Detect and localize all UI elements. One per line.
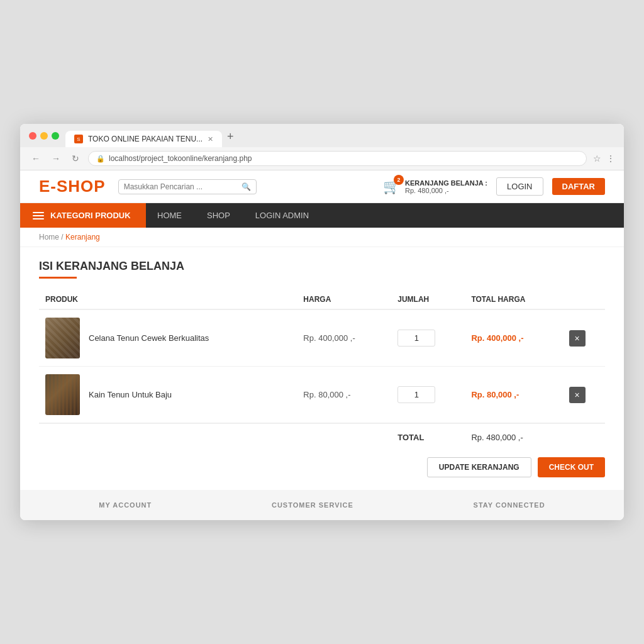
site-logo[interactable]: E-SHOP	[39, 177, 106, 196]
logo-prefix: E-	[39, 177, 57, 196]
update-cart-button[interactable]: UPDATE KERANJANG	[427, 457, 531, 477]
browser-actions: ☆ ⋮	[593, 153, 615, 164]
breadcrumb-separator: /	[61, 233, 63, 242]
product-image-1	[45, 318, 80, 358]
logo-suffix: SHOP	[57, 177, 106, 196]
browser-dots	[29, 132, 59, 146]
cart-label: KERANJANG BELANJA :	[405, 179, 487, 187]
col-total: TOTAL HARGA	[465, 290, 562, 309]
browser-tab-bar: S TOKO ONLINE PAKAIAN TENU... ✕ +	[65, 130, 615, 147]
cart-badge: 2	[394, 175, 404, 185]
cart-actions: UPDATE KERANJANG CHECK OUT	[39, 457, 605, 477]
search-box[interactable]: 🔍	[118, 179, 257, 194]
col-product: PRODUK	[39, 290, 297, 309]
minimize-dot[interactable]	[40, 132, 48, 140]
address-bar[interactable]: 🔒 localhost/project_tokoonline/keranjang…	[88, 151, 587, 166]
nav-home[interactable]: HOME	[146, 203, 193, 228]
browser-titlebar: S TOKO ONLINE PAKAIAN TENU... ✕ +	[20, 124, 624, 147]
cart-price: Rp. 480,000 ,-	[405, 187, 487, 194]
star-icon[interactable]: ☆	[593, 153, 601, 164]
cart-summary-row: TOTAL Rp. 480,000 ,-	[39, 423, 605, 451]
product-price-1: Rp. 400,000 ,-	[297, 309, 391, 367]
total-label: TOTAL	[391, 423, 465, 451]
product-name-2: Kain Tenun Untuk Baju	[89, 390, 172, 399]
main-content: ISI KERANJANG BELANJA PRODUK HARGA JUMLA…	[20, 247, 624, 490]
product-price-2: Rp. 80,000 ,-	[297, 367, 391, 424]
product-total-1: Rp. 400,000 ,-	[465, 309, 562, 367]
cart-info: 🛒 2 KERANJANG BELANJA : Rp. 480,000 ,-	[383, 179, 487, 195]
reload-button[interactable]: ↻	[69, 152, 82, 165]
remove-button-1[interactable]: ×	[569, 330, 586, 347]
breadcrumb-home[interactable]: Home	[39, 233, 59, 242]
site-header: E-SHOP 🔍 🛒 2 KERANJANG BELANJA : Rp. 480…	[20, 170, 624, 203]
section-underline	[39, 277, 77, 279]
close-dot[interactable]	[29, 132, 36, 140]
cart-details: KERANJANG BELANJA : Rp. 480,000 ,-	[405, 179, 487, 194]
qty-input-1[interactable]	[397, 330, 435, 347]
menu-icon[interactable]: ⋮	[606, 153, 615, 164]
site-nav: KATEGORI PRODUK HOME SHOP LOGIN ADMIN	[20, 203, 624, 228]
breadcrumb-current: Keranjang	[65, 233, 100, 242]
checkout-button[interactable]: CHECK OUT	[538, 457, 605, 477]
product-cell-1: Celana Tenun Cewek Berkualitas	[45, 318, 291, 358]
lock-icon: 🔒	[96, 155, 105, 163]
maximize-dot[interactable]	[52, 132, 59, 140]
tab-close-icon[interactable]: ✕	[208, 135, 213, 143]
breadcrumb: Home / Keranjang	[20, 228, 624, 247]
nav-links: HOME SHOP LOGIN ADMIN	[146, 203, 320, 228]
col-qty: JUMLAH	[391, 290, 465, 309]
header-right: 🛒 2 KERANJANG BELANJA : Rp. 480,000 ,- L…	[383, 177, 605, 196]
new-tab-button[interactable]: +	[222, 130, 239, 147]
col-price: HARGA	[297, 290, 391, 309]
login-button[interactable]: LOGIN	[496, 177, 543, 196]
forward-button[interactable]: →	[49, 152, 63, 165]
url-text: localhost/project_tokoonline/keranjang.p…	[109, 154, 579, 163]
nav-shop[interactable]: SHOP	[196, 203, 242, 228]
nav-login-admin[interactable]: LOGIN ADMIN	[244, 203, 320, 228]
total-value: Rp. 480,000 ,-	[465, 423, 605, 451]
product-name-1: Celana Tenun Cewek Berkualitas	[89, 333, 209, 343]
table-row: Celana Tenun Cewek Berkualitas Rp. 400,0…	[39, 309, 605, 367]
footer-col-account: MY ACCOUNT	[99, 501, 152, 509]
cart-icon-wrap[interactable]: 🛒 2	[383, 179, 400, 195]
tab-title: TOKO ONLINE PAKAIAN TENU...	[88, 135, 203, 143]
section-title: ISI KERANJANG BELANJA	[39, 260, 605, 273]
footer-col-service: CUSTOMER SERVICE	[272, 501, 353, 509]
product-cell-2: Kain Tenun Untuk Baju	[45, 374, 291, 415]
browser-window: S TOKO ONLINE PAKAIAN TENU... ✕ + ← → ↻ …	[20, 124, 624, 520]
nav-kategori[interactable]: KATEGORI PRODUK	[20, 203, 146, 228]
browser-addressbar: ← → ↻ 🔒 localhost/project_tokoonline/ker…	[20, 147, 624, 170]
product-image-2	[45, 374, 80, 415]
back-button[interactable]: ←	[29, 152, 43, 165]
table-row: Kain Tenun Untuk Baju Rp. 80,000 ,- Rp. …	[39, 367, 605, 424]
kategori-label: KATEGORI PRODUK	[50, 211, 131, 220]
footer-hint: MY ACCOUNT CUSTOMER SERVICE STAY CONNECT…	[20, 490, 624, 520]
tab-favicon: S	[74, 135, 83, 143]
hamburger-icon	[33, 212, 44, 219]
qty-input-2[interactable]	[397, 386, 435, 403]
cart-table: PRODUK HARGA JUMLAH TOTAL HARGA Celana T…	[39, 290, 605, 451]
daftar-button[interactable]: DAFTAR	[552, 178, 605, 195]
search-icon: 🔍	[242, 182, 251, 191]
footer-col-connect: STAY CONNECTED	[474, 501, 545, 509]
browser-tab[interactable]: S TOKO ONLINE PAKAIAN TENU... ✕	[65, 131, 222, 147]
product-total-2: Rp. 80,000 ,-	[465, 367, 562, 424]
search-input[interactable]	[124, 182, 242, 191]
remove-button-2[interactable]: ×	[569, 387, 586, 403]
